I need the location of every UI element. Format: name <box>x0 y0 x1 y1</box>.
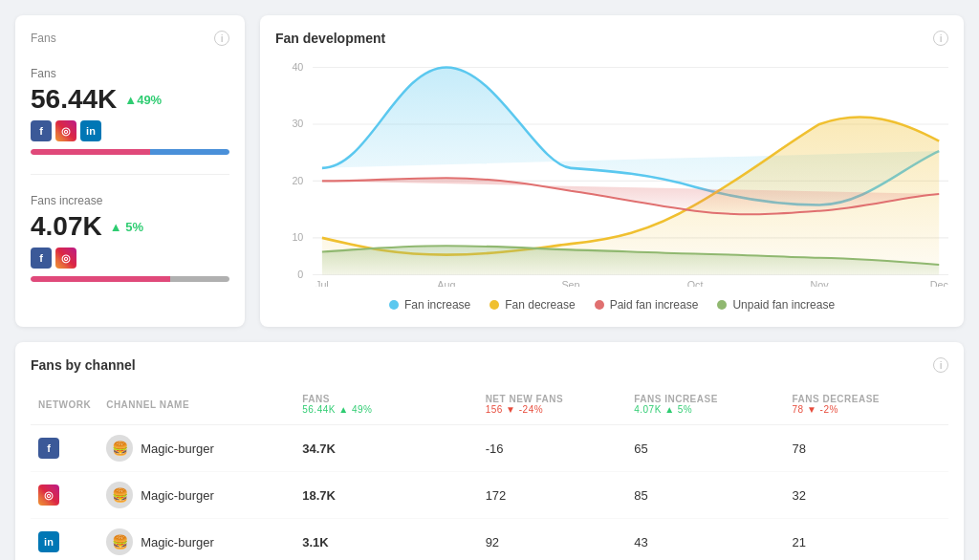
net-new-fans-cell: -16 <box>478 425 627 472</box>
table-header-row: NETWORK CHANNEL NAME FANS 56.44K ▲ 49% N… <box>31 388 948 425</box>
fans-increase-cell: 65 <box>626 425 784 472</box>
fans-increase-cell: 85 <box>626 472 784 519</box>
fans-by-channel-table: NETWORK CHANNEL NAME FANS 56.44K ▲ 49% N… <box>31 388 948 560</box>
fans-social-icons: f ◎ in <box>31 120 229 141</box>
legend-paid-fan-increase-dot <box>595 300 604 310</box>
li-network-icon[interactable]: in <box>38 531 59 552</box>
network-cell: in <box>31 519 98 561</box>
legend-unpaid-fan-increase: Unpaid fan increase <box>717 298 835 312</box>
fans-metric: Fans 56.44K ▲49% f ◎ in <box>31 67 229 155</box>
channel-avatar: 🍔 <box>106 435 133 462</box>
table-row: in🍔Magic-burger3.1K924321 <box>31 519 948 561</box>
channel-avatar: 🍔 <box>106 482 133 508</box>
fans-info-icon[interactable]: i <box>214 31 229 46</box>
fans-cell: 3.1K <box>294 519 477 561</box>
svg-text:Sep: Sep <box>561 279 579 287</box>
fans-progress-bar-1 <box>31 149 229 155</box>
facebook-icon[interactable]: f <box>31 120 52 141</box>
th-fans-decrease: FANS DECREASE 78 ▼ -2% <box>784 388 948 425</box>
table-row: ◎🍔Magic-burger18.7K1728532 <box>31 472 948 519</box>
svg-text:10: 10 <box>292 231 303 243</box>
fans-decrease-cell: 32 <box>784 472 948 519</box>
channel-name-cell: 🍔Magic-burger <box>98 472 294 519</box>
chart-legend: Fan increase Fan decrease Paid fan incre… <box>275 298 948 312</box>
legend-unpaid-fan-increase-label: Unpaid fan increase <box>732 298 835 312</box>
fans-badge: ▲49% <box>124 93 162 107</box>
fans-number: 56.44K <box>31 84 117 115</box>
channel-name-cell: 🍔Magic-burger <box>98 425 294 472</box>
table-header: NETWORK CHANNEL NAME FANS 56.44K ▲ 49% N… <box>31 388 948 425</box>
svg-text:40: 40 <box>292 60 303 72</box>
table-row: f🍔Magic-burger34.7K-166578 <box>31 425 948 472</box>
fans-label: Fans <box>31 67 229 80</box>
channel-avatar: 🍔 <box>106 528 133 555</box>
fan-dev-svg: 40 30 20 10 0 Jul Aug Sep Oct Nov Dec <box>275 57 948 287</box>
fans-increase-instagram-icon[interactable]: ◎ <box>55 248 76 269</box>
fans-increase-progress <box>31 274 229 282</box>
fans-increase-label: Fans increase <box>31 194 229 207</box>
th-fans-increase-label: FANS INCREASE 4.07K ▲ 5% <box>634 394 776 415</box>
fans-increase-social-icons: f ◎ <box>31 248 229 269</box>
fan-dev-header: Fan development i <box>275 31 948 46</box>
svg-text:Dec: Dec <box>930 279 948 287</box>
fans-card-header: Fans i <box>31 31 229 46</box>
network-cell: f <box>31 425 98 472</box>
fans-by-channel-header: Fans by channel i <box>31 357 948 373</box>
th-channel-name: CHANNEL NAME <box>98 388 294 425</box>
fans-card: Fans i Fans 56.44K ▲49% f ◎ in <box>15 15 245 327</box>
fan-dev-info-icon[interactable]: i <box>933 31 948 46</box>
fans-increase-facebook-icon[interactable]: f <box>31 248 52 269</box>
fans-increase-progress-bar <box>31 276 229 282</box>
th-fans-decrease-label: FANS DECREASE 78 ▼ -2% <box>792 394 941 415</box>
fb-network-icon[interactable]: f <box>38 438 59 459</box>
legend-fan-decrease-dot <box>490 300 499 310</box>
fans-increase-cell: 43 <box>626 519 784 561</box>
fans-card-title: Fans <box>31 32 56 45</box>
svg-text:Oct: Oct <box>687 279 704 287</box>
th-net-new-label: NET NEW FANS 156 ▼ -24% <box>486 394 620 415</box>
table-body: f🍔Magic-burger34.7K-166578◎🍔Magic-burger… <box>31 425 948 561</box>
svg-text:Jul: Jul <box>315 279 329 287</box>
th-net-new-sub: 156 ▼ -24% <box>486 404 620 415</box>
fans-divider <box>31 174 229 175</box>
instagram-icon[interactable]: ◎ <box>55 120 76 141</box>
fans-by-channel-title: Fans by channel <box>31 357 136 373</box>
fan-dev-chart: 40 30 20 10 0 Jul Aug Sep Oct Nov Dec <box>275 57 948 287</box>
top-row: Fans i Fans 56.44K ▲49% f ◎ in <box>15 15 964 327</box>
fans-progress <box>31 147 229 155</box>
fans-by-channel-info-icon[interactable]: i <box>933 357 948 373</box>
ig-network-icon[interactable]: ◎ <box>38 485 59 506</box>
fans-increase-number: 4.07K <box>31 211 102 242</box>
fans-increase-value-row: 4.07K ▲ 5% <box>31 211 229 242</box>
legend-fan-increase: Fan increase <box>389 298 470 312</box>
fan-dev-title: Fan development <box>275 31 385 46</box>
legend-fan-increase-dot <box>389 300 399 310</box>
legend-fan-decrease-label: Fan decrease <box>505 298 575 312</box>
th-fans-increase-sub: 4.07K ▲ 5% <box>634 404 776 415</box>
fans-cell: 34.7K <box>294 425 477 472</box>
linkedin-icon[interactable]: in <box>80 120 101 141</box>
fans-decrease-cell: 21 <box>784 519 948 561</box>
th-fans-decrease-sub: 78 ▼ -2% <box>792 404 941 415</box>
th-fans-sub: 56.44K ▲ 49% <box>302 404 469 415</box>
channel-name: Magic-burger <box>141 488 214 503</box>
channel-name: Magic-burger <box>141 442 214 456</box>
fans-value-row: 56.44K ▲49% <box>31 84 229 115</box>
th-fans-label: FANS 56.44K ▲ 49% <box>302 394 469 415</box>
fans-by-channel-card: Fans by channel i NETWORK CHANNEL NAME F… <box>15 342 964 560</box>
th-fans-increase: FANS INCREASE 4.07K ▲ 5% <box>626 388 784 425</box>
legend-paid-fan-increase: Paid fan increase <box>595 298 699 312</box>
channel-name-cell: 🍔Magic-burger <box>98 519 294 561</box>
th-net-new-fans: NET NEW FANS 156 ▼ -24% <box>478 388 627 425</box>
dashboard: Fans i Fans 56.44K ▲49% f ◎ in <box>15 15 964 560</box>
th-network: NETWORK <box>31 388 98 425</box>
fan-development-card: Fan development i 40 30 20 10 0 <box>260 15 964 327</box>
legend-paid-fan-increase-label: Paid fan increase <box>610 298 699 312</box>
fans-progress-fill-1 <box>31 149 229 155</box>
fans-cell: 18.7K <box>294 472 477 519</box>
svg-text:Nov: Nov <box>811 279 830 287</box>
fans-increase-badge: ▲ 5% <box>110 220 143 234</box>
svg-text:20: 20 <box>292 174 303 185</box>
net-new-fans-cell: 172 <box>478 472 627 519</box>
network-cell: ◎ <box>31 472 98 519</box>
